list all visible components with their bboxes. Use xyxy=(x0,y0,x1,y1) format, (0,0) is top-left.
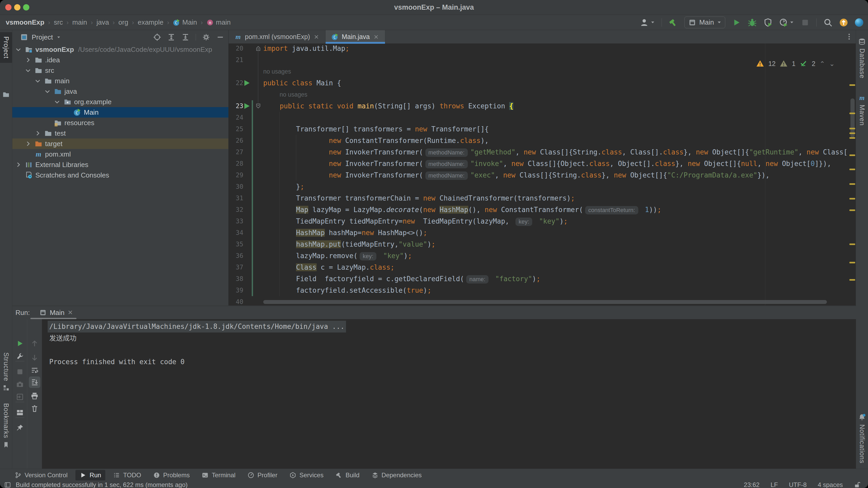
code-line-27[interactable]: 27 new InvokerTransformer(methodName:"ge… xyxy=(229,147,856,158)
line-number[interactable]: 40 xyxy=(229,296,243,305)
code-line-34[interactable]: 34 HashMap hashMap=new HashMap<>(); xyxy=(229,227,856,238)
code-line-32[interactable]: 32 Map lazyMap = LazyMap.decorate(new Ha… xyxy=(229,204,856,216)
run-button[interactable] xyxy=(732,18,741,27)
soft-wrap-button[interactable] xyxy=(31,366,38,374)
line-number[interactable]: 22 xyxy=(229,77,243,89)
horizontal-scrollbar[interactable] xyxy=(263,300,827,304)
tree-item-.idea[interactable]: .idea xyxy=(12,55,228,65)
code-line-31[interactable]: 31 Transformer transformerChain = new Ch… xyxy=(229,192,856,204)
warning-stripe-mark[interactable] xyxy=(849,137,855,139)
tool-window-button-project[interactable]: Project xyxy=(0,32,12,63)
code-line-29[interactable]: 29 new InvokerTransformer(methodName:"ex… xyxy=(229,169,856,181)
line-number[interactable]: 33 xyxy=(229,216,243,227)
warning-stripe-mark[interactable] xyxy=(849,209,855,211)
line-number[interactable]: 28 xyxy=(229,158,243,169)
run-with-coverage-button[interactable] xyxy=(764,18,772,27)
status-indent-setting[interactable]: 4 spaces xyxy=(818,481,843,488)
fold-marker-icon[interactable] xyxy=(255,102,262,110)
chevron-down-icon[interactable] xyxy=(15,46,22,53)
code-editor[interactable]: 12 1 2 ⌃ ⌄ 20import java.util.Map;21no u… xyxy=(229,43,856,305)
vertical-scrollbar[interactable] xyxy=(850,98,855,138)
line-number[interactable]: 31 xyxy=(229,192,243,204)
chevron-right-icon[interactable] xyxy=(34,130,41,137)
edit-configuration-button[interactable] xyxy=(16,353,24,360)
close-icon[interactable]: ✕ xyxy=(68,309,73,316)
tree-item-test[interactable]: test xyxy=(12,128,228,138)
warning-stripe-mark[interactable] xyxy=(849,183,855,185)
status-message[interactable]: Build completed successfully in 1 sec, 6… xyxy=(16,481,188,488)
breadcrumb-item-org[interactable]: org xyxy=(118,18,128,27)
line-number[interactable]: 36 xyxy=(229,250,243,262)
search-everywhere-button[interactable] xyxy=(824,18,832,27)
warning-stripe-mark[interactable] xyxy=(849,169,855,170)
line-number[interactable]: 26 xyxy=(229,135,243,147)
code-with-me-icon[interactable] xyxy=(855,18,863,27)
prev-occurrence-button[interactable] xyxy=(31,339,38,348)
line-number[interactable]: 32 xyxy=(229,204,243,216)
breadcrumb-item-src[interactable]: src xyxy=(54,18,63,27)
update-button[interactable] xyxy=(839,18,848,27)
tool-window-button-bookmarks[interactable]: Bookmarks xyxy=(2,403,10,448)
chevron-down-icon[interactable] xyxy=(25,67,31,74)
tree-item-org.example[interactable]: org.example xyxy=(12,97,228,107)
locate-icon[interactable] xyxy=(153,33,161,41)
stop-process-button[interactable] xyxy=(16,368,24,376)
line-number[interactable]: 34 xyxy=(229,227,243,238)
warning-stripe-mark[interactable] xyxy=(849,132,855,134)
close-icon[interactable] xyxy=(373,34,379,40)
breadcrumb-item-vsmoonExp[interactable]: vsmoonExp xyxy=(6,18,44,27)
stop-button[interactable] xyxy=(801,18,810,27)
breadcrumb-item-main[interactable]: mmain xyxy=(207,18,230,27)
breadcrumb-item-main[interactable]: main xyxy=(72,18,87,27)
code-line-23[interactable]: 23 public static void main(String[] args… xyxy=(229,100,856,112)
run-gutter-icon[interactable] xyxy=(244,80,250,86)
code-line-35[interactable]: 35 hashMap.put(tiedMapEntry,"value"); xyxy=(229,238,856,250)
lock-open-icon[interactable] xyxy=(854,482,861,488)
breadcrumb-item-example[interactable]: example xyxy=(138,18,163,27)
import-tests-button[interactable] xyxy=(16,393,24,401)
warning-stripe-mark[interactable] xyxy=(849,198,855,199)
warning-stripe-mark[interactable] xyxy=(849,112,855,114)
code-line-39[interactable]: 39 factoryfield.setAccessible(true); xyxy=(229,285,856,296)
tree-item-resources[interactable]: resources xyxy=(12,118,228,128)
editor-tab-pom.xml[interactable]: mpom.xml (vsmoonExp) xyxy=(229,30,326,43)
debug-button[interactable] xyxy=(748,18,757,27)
editor-tab-main.java[interactable]: CMain.java xyxy=(326,30,385,43)
line-number[interactable]: 20 xyxy=(229,43,243,54)
profile-button[interactable] xyxy=(640,18,655,27)
tree-item-vsmoonexp[interactable]: vsmoonExp/Users/code/JavaCode/expUUU/vsm… xyxy=(12,44,228,55)
tree-item-external-libraries[interactable]: External Libraries xyxy=(12,159,228,170)
tree-item-scratches-and-consoles[interactable]: Scratches and Consoles xyxy=(12,170,228,181)
tool-window-button-structure[interactable]: Structure xyxy=(2,352,10,391)
gear-icon[interactable] xyxy=(202,33,210,41)
profiler-button[interactable] xyxy=(779,18,794,27)
hide-panel-icon[interactable] xyxy=(216,33,224,41)
breadcrumb-item-java[interactable]: java xyxy=(96,18,109,27)
line-number[interactable]: 35 xyxy=(229,238,243,250)
run-configuration-select[interactable]: Main xyxy=(684,17,725,28)
line-number[interactable]: 23 xyxy=(229,100,243,112)
code-line-25[interactable]: 25 Transformer[] transformers = new Tran… xyxy=(229,123,856,135)
code-line-33[interactable]: 33 TiedMapEntry tiedMapEntry=new TiedMap… xyxy=(229,216,856,227)
code-line-20[interactable]: 20import java.util.Map; xyxy=(229,43,856,54)
fold-marker-icon[interactable] xyxy=(255,45,262,52)
close-icon[interactable] xyxy=(313,34,319,40)
chevron-right-icon[interactable] xyxy=(25,57,31,63)
line-number[interactable]: 30 xyxy=(229,181,243,192)
line-number[interactable]: 39 xyxy=(229,285,243,296)
warning-stripe-mark[interactable] xyxy=(849,262,855,263)
pin-tab-button[interactable] xyxy=(16,424,24,432)
chevron-right-icon[interactable] xyxy=(25,140,31,147)
window-layout-icon[interactable] xyxy=(4,482,11,488)
expand-all-icon[interactable] xyxy=(167,33,175,41)
tool-window-button-maven[interactable]: mMaven xyxy=(858,94,866,126)
warning-stripe-mark[interactable] xyxy=(849,128,855,129)
line-number[interactable]: 25 xyxy=(229,123,243,135)
warning-stripe-mark[interactable] xyxy=(849,279,855,281)
line-number[interactable]: 38 xyxy=(229,273,243,285)
console-line[interactable]: Process finished with exit code 0 xyxy=(49,356,851,368)
code-line-24[interactable]: 24 xyxy=(229,112,856,123)
console-line[interactable]: /Library/Java/JavaVirtualMachines/jdk-1.… xyxy=(49,321,851,332)
clear-console-button[interactable] xyxy=(31,404,38,412)
folder-icon[interactable] xyxy=(2,91,10,98)
